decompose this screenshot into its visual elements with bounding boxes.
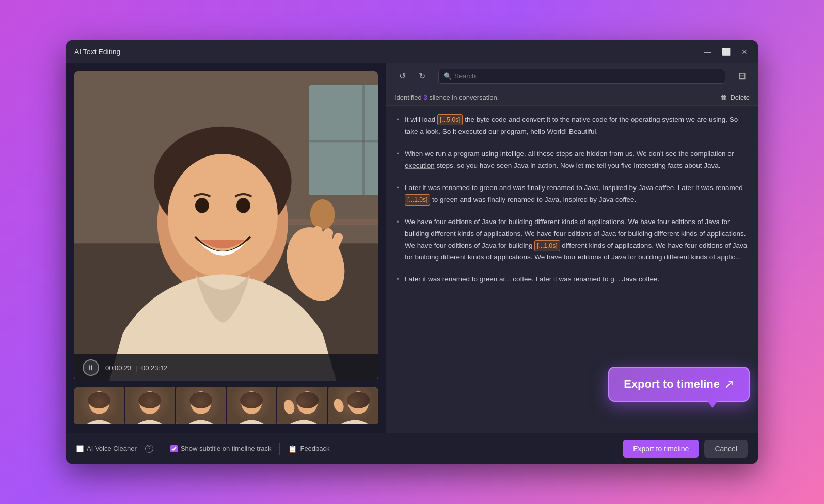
thumbnail-2[interactable] [125,387,175,424]
svg-rect-20 [74,387,124,424]
titlebar: AI Text Editing — ⬜ ✕ [66,40,758,63]
svg-point-34 [296,392,319,408]
show-subtitle-checkbox[interactable] [170,445,178,452]
transcript-para-3: Later it was renamed to green and was fi… [397,182,748,206]
pause-icon: ⏸ [87,364,94,372]
pause-button[interactable]: ⏸ [83,359,99,376]
left-panel: ⏸ 00:00:23 | 00:23:12 [66,63,386,433]
thumbnail-strip [74,387,378,424]
svg-point-14 [236,198,250,213]
filter-button[interactable]: ⊟ [734,68,750,84]
maximize-button[interactable]: ⬜ [721,46,731,57]
transcript-para-1: It will load [...5.0s] the byte code and… [397,114,748,138]
help-icon[interactable]: ? [145,445,153,453]
main-window: AI Text Editing — ⬜ ✕ [66,40,758,464]
svg-point-30 [241,391,262,414]
bottom-right: Export to timeline Cancel [623,440,748,458]
undo-icon: ↺ [399,71,406,81]
feedback-icon: 📋 [288,445,297,453]
right-panel: ↺ ↻ 🔍 ⊟ Identified 3 silence in conv [386,63,758,433]
svg-point-13 [195,198,209,213]
thumbnail-4[interactable] [227,387,276,424]
divider-bottom [162,443,162,455]
time-separator: | [136,364,137,372]
svg-point-8 [310,199,335,230]
svg-point-22 [88,392,110,408]
export-tooltip: Export to timeline ↗ [608,367,750,402]
right-toolbar: ↺ ↻ 🔍 ⊟ [386,63,758,89]
silence-bar: Identified 3 silence in conversation. 🗑 … [386,89,758,106]
export-tooltip-text: Export to timeline [624,377,720,391]
svg-rect-29 [227,387,276,424]
svg-point-25 [138,392,161,408]
show-subtitle-checkbox-label[interactable]: Show subtitle on timeline track [170,445,272,452]
transcript-para-5: Later it was renamed to green ar... coff… [397,274,748,286]
video-frame [74,71,378,381]
svg-point-12 [168,154,278,278]
svg-point-27 [191,391,211,414]
toolbar-divider-1 [434,70,434,82]
minimize-button[interactable]: — [702,46,712,57]
feedback-button[interactable]: 📋 Feedback [288,445,329,453]
svg-rect-23 [125,387,175,424]
svg-point-31 [240,392,263,408]
silence-tag-3[interactable]: [...1.0s] [534,240,560,251]
video-controls: ⏸ 00:00:23 | 00:23:12 [74,354,378,381]
window-title: AI Text Editing [74,48,702,56]
thumbnail-3[interactable] [176,387,226,424]
svg-point-24 [139,391,160,414]
svg-point-28 [189,392,212,408]
underline-applications: applications [494,253,530,261]
silence-count: 3 [423,93,427,101]
redo-button[interactable]: ↻ [414,68,430,84]
person-svg [74,71,378,381]
cancel-button[interactable]: Cancel [704,440,748,458]
cursor-icon: ↗ [724,377,734,391]
total-time: 00:23:12 [141,364,168,372]
delete-button[interactable]: 🗑 Delete [720,93,750,101]
thumbnail-1[interactable] [74,387,124,424]
ai-voice-cleaner-checkbox-label[interactable]: AI Voice Cleaner [76,445,137,452]
undo-button[interactable]: ↺ [394,68,410,84]
transcript-para-2: When we run a program using Intellige, a… [397,148,748,172]
current-time: 00:00:23 [105,364,132,372]
underline-execution: execution [405,162,435,169]
thumbnail-6[interactable] [328,387,378,424]
bottom-bar: AI Voice Cleaner ? Show subtitle on time… [66,433,758,464]
close-button[interactable]: ✕ [739,46,750,57]
search-wrapper: 🔍 [438,69,725,84]
trash-icon: 🗑 [720,93,727,101]
titlebar-controls: — ⬜ ✕ [702,46,750,57]
thumbnail-5[interactable] [277,387,327,424]
search-input[interactable] [438,69,725,84]
svg-point-35 [282,399,296,415]
search-icon: 🔍 [443,72,452,80]
svg-point-39 [332,398,345,414]
time-display: 00:00:23 | 00:23:12 [105,364,168,372]
svg-point-38 [347,392,370,408]
silence-tag-1[interactable]: [...5.0s] [437,114,463,125]
toolbar-divider-2 [730,70,730,82]
bottom-left: AI Voice Cleaner ? Show subtitle on time… [76,443,623,455]
filter-icon: ⊟ [738,70,746,82]
silence-tag-2[interactable]: [...1.0s] [405,194,430,206]
video-container: ⏸ 00:00:23 | 00:23:12 [74,71,378,381]
svg-point-21 [89,391,109,414]
svg-point-33 [297,391,318,414]
main-content: ⏸ 00:00:23 | 00:23:12 [66,63,758,433]
export-timeline-button[interactable]: Export to timeline [623,440,699,458]
redo-icon: ↻ [419,71,425,81]
silence-text: Identified 3 silence in conversation. [394,93,499,101]
divider-bottom-2 [279,443,280,455]
svg-rect-26 [176,387,226,424]
ai-voice-cleaner-checkbox[interactable] [76,445,84,452]
transcript-para-4: We have four editions of Java for buildi… [397,216,748,264]
svg-rect-36 [328,387,378,424]
svg-rect-32 [277,387,327,424]
svg-rect-4 [309,140,378,142]
svg-point-37 [348,391,369,414]
